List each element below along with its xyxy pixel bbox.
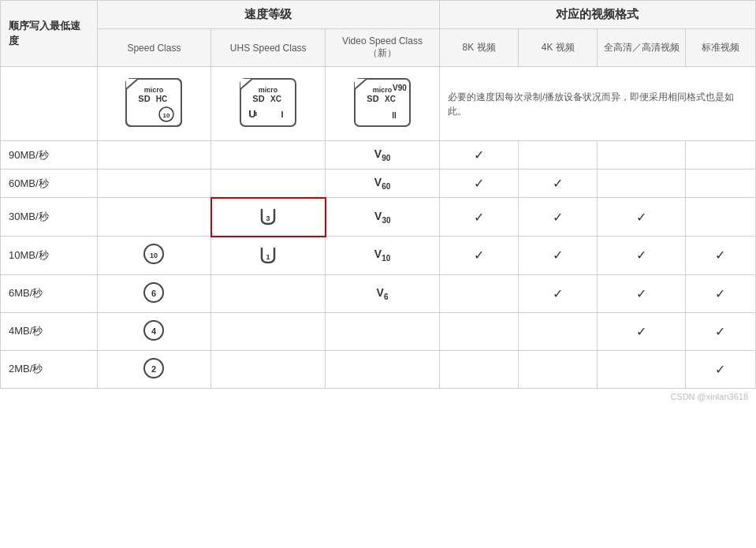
subheader-std: 标准视频	[685, 29, 755, 67]
subheader-4k: 4K 视频	[519, 29, 598, 67]
cell-std-4: ✓	[685, 274, 755, 312]
cell-uhs-1	[211, 170, 326, 198]
svg-text:2: 2	[151, 364, 156, 374]
svg-text:3: 3	[266, 214, 270, 222]
cell-speed-0: 90MB/秒	[1, 141, 98, 170]
cell-video-4: V6	[326, 274, 440, 312]
cell-v4k-1: ✓	[519, 170, 598, 198]
cell-speed-3: 10MB/秒	[1, 237, 98, 275]
svg-text:6: 6	[151, 289, 156, 298]
card-speed-class: micro SD HC 10	[97, 67, 211, 141]
cell-speed-class-1	[97, 170, 211, 198]
subheader-speed-class: Speed Class	[97, 29, 211, 67]
cell-speed-class-5: 4	[97, 312, 211, 350]
cell-speed-class-0	[97, 141, 211, 170]
cell-std-1	[685, 170, 755, 198]
svg-text:SD: SD	[139, 94, 151, 103]
cell-fullhd-4: ✓	[598, 274, 685, 312]
cell-uhs-4	[211, 274, 326, 312]
cell-fullhd-2: ✓	[598, 198, 685, 237]
cell-speed-5: 4MB/秒	[1, 312, 98, 350]
svg-text:SD: SD	[253, 94, 265, 103]
cell-speed-1: 60MB/秒	[1, 170, 98, 198]
cell-fullhd-0	[598, 141, 685, 170]
cell-v8k-6	[439, 350, 518, 388]
subheader-video-speed: Video Speed Class（新）	[326, 29, 440, 67]
svg-text:V90: V90	[393, 84, 407, 92]
cell-uhs-6	[211, 350, 326, 388]
cell-speed-class-2	[97, 198, 211, 237]
cell-video-1: V60	[326, 170, 440, 198]
svg-text:XC: XC	[385, 95, 396, 103]
cell-v8k-4	[439, 274, 518, 312]
cell-v8k-5	[439, 312, 518, 350]
cell-uhs-5	[211, 312, 326, 350]
cell-video-3: V10	[326, 237, 440, 275]
cell-video-5	[326, 312, 440, 350]
watermark: CSDN @xinlan3618	[0, 389, 756, 404]
cell-fullhd-5: ✓	[598, 312, 685, 350]
cell-fullhd-3: ✓	[598, 237, 685, 275]
speed-class-table: 顺序写入最低速度 速度等级 对应的视频格式 Speed Class UHS Sp…	[0, 0, 756, 389]
subheader-8k: 8K 视频	[439, 29, 518, 67]
cell-speed-2: 30MB/秒	[1, 198, 98, 237]
cell-std-2	[685, 198, 755, 237]
svg-text:4: 4	[151, 326, 157, 336]
cell-uhs-2: 3	[211, 198, 326, 237]
cell-std-6: ✓	[685, 350, 755, 388]
cell-video-2: V30	[326, 198, 440, 237]
cell-v4k-0	[519, 141, 598, 170]
cell-uhs-0	[211, 141, 326, 170]
table-container: 顺序写入最低速度 速度等级 对应的视频格式 Speed Class UHS Sp…	[0, 0, 756, 404]
card-video-speed: micro SD XC V90 II	[326, 67, 440, 141]
cell-v8k-0: ✓	[439, 141, 518, 170]
svg-text:10: 10	[150, 252, 158, 259]
cell-v4k-2: ✓	[519, 198, 598, 237]
cell-v8k-1: ✓	[439, 170, 518, 198]
cell-std-0	[685, 141, 755, 170]
cell-speed-class-6: 2	[97, 350, 211, 388]
cell-speed-6: 2MB/秒	[1, 350, 98, 388]
subheader-fullhd: 全高清／高清视频	[598, 29, 685, 67]
svg-text:10: 10	[163, 112, 170, 119]
subheader-uhs-speed: UHS Speed Class	[211, 29, 326, 67]
cell-video-6	[326, 350, 440, 388]
svg-text:I: I	[281, 110, 284, 119]
cell-speed-4: 6MB/秒	[1, 274, 98, 312]
cell-fullhd-1	[598, 170, 685, 198]
cell-video-0: V90	[326, 141, 440, 170]
card-uhs-speed: micro SD XC U 3 I	[211, 67, 326, 141]
svg-text:micro: micro	[144, 86, 164, 94]
cell-v4k-6	[519, 350, 598, 388]
header-speed-min: 顺序写入最低速度	[1, 1, 98, 67]
cell-std-3: ✓	[685, 237, 755, 275]
svg-text:II: II	[392, 111, 397, 120]
header-video-format-group: 对应的视频格式	[439, 1, 755, 29]
cell-v8k-2: ✓	[439, 198, 518, 237]
cell-speed-class-4: 6	[97, 274, 211, 312]
cell-v4k-4: ✓	[519, 274, 598, 312]
svg-text:SD: SD	[367, 94, 378, 103]
svg-text:micro: micro	[373, 86, 393, 94]
note-text: 必要的速度因每次录制/播放设备状况而异，即便采用相同格式也是如此。	[448, 91, 734, 117]
svg-text:1: 1	[266, 253, 270, 261]
card-image-empty	[1, 67, 98, 141]
header-speed-class-group: 速度等级	[97, 1, 439, 29]
cell-uhs-3: 1	[211, 237, 326, 275]
svg-text:micro: micro	[259, 86, 278, 94]
cell-v4k-5	[519, 312, 598, 350]
svg-text:HC: HC	[156, 95, 167, 103]
cell-fullhd-6	[598, 350, 685, 388]
cell-v8k-3: ✓	[439, 237, 518, 275]
cell-std-5: ✓	[685, 312, 755, 350]
svg-text:3: 3	[254, 110, 258, 117]
svg-text:XC: XC	[270, 95, 281, 103]
cell-v4k-3: ✓	[519, 237, 598, 275]
note-cell: 必要的速度因每次录制/播放设备状况而异，即便采用相同格式也是如此。	[439, 67, 755, 141]
cell-speed-class-3: 10	[97, 237, 211, 275]
